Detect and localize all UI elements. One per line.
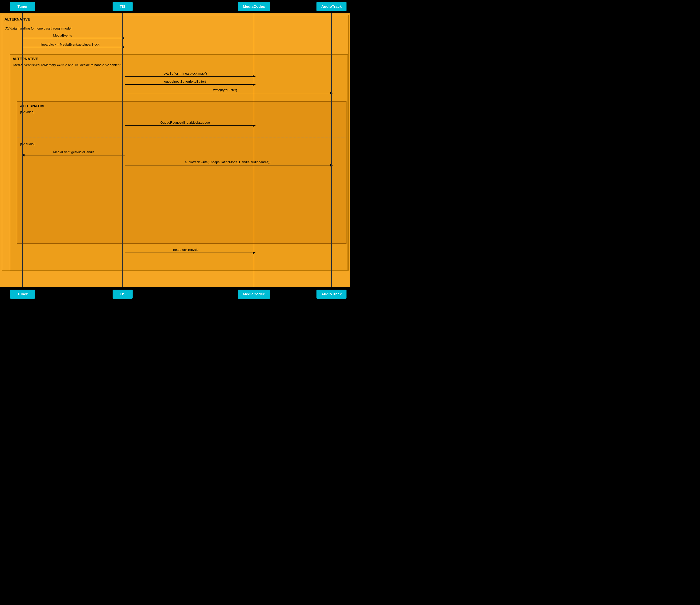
alt2-label: ALTERNATIVE [12, 56, 38, 61]
footer-mediacodec-label: MediaCodec [243, 292, 265, 296]
arrow-audiotrackwrite-label: audiotrack.write(EncapsulationMode_Handl… [185, 160, 271, 164]
arrow-getaudiohandle-label: MediaEvent.getAudioHandle [53, 150, 95, 154]
footer-tis-label: TIS [120, 292, 125, 296]
header-tuner-label: Tuner [18, 4, 28, 8]
header-audiotrack-label: AudioTrack [321, 4, 342, 8]
sequence-diagram: Tuner TIS MediaCodec AudioTrack ALTERNAT… [0, 0, 350, 300]
arrow-bytebuffer-label: byteBuffer = linearblock.map() [164, 72, 207, 75]
arrow-linearblock-label: linearblock = MediaEvent.getLinearBlock [41, 43, 100, 46]
alt1-label: ALTERNATIVE [4, 17, 30, 21]
arrow-queuerequest-label: QueueRequest(linearblock).queue [160, 121, 210, 124]
alt3-condition-video: [for video] [20, 110, 34, 114]
arrow-queueinputbuffer-label: queueInputBuffer(byteBuffer) [164, 80, 206, 83]
svg-rect-33 [0, 287, 350, 300]
alt1-condition: [AV data handling for none passthrough m… [4, 27, 72, 30]
alt2-condition: [MediaEvent.isSecureMemory == true and T… [12, 63, 121, 67]
arrow-linearblockrecycle-label: linearblock.recycle [172, 248, 199, 251]
header-tis-label: TIS [120, 4, 125, 8]
footer-tuner-label: Tuner [18, 292, 28, 296]
alt3-condition-audio: [for audio] [20, 142, 34, 146]
arrow-writebytebuffer-label: write(byteBuffer) [213, 88, 237, 92]
svg-rect-0 [0, 0, 350, 13]
footer-audiotrack-label: AudioTrack [321, 292, 342, 296]
arrow-mediaevents-label: MediaEvents [53, 33, 72, 37]
header-mediacodec-label: MediaCodec [243, 4, 265, 8]
alt3-label: ALTERNATIVE [20, 104, 46, 108]
